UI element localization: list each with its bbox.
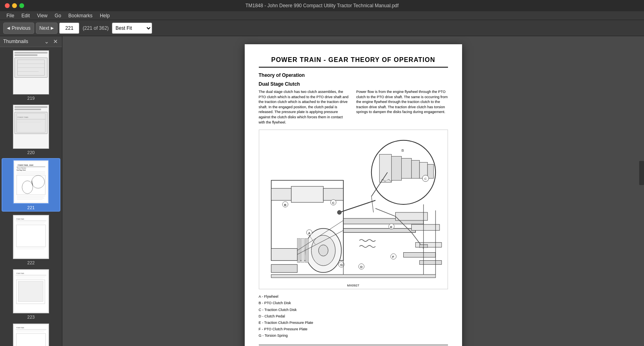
menu-file[interactable]: File (3, 12, 17, 19)
svg-text:B: B (401, 148, 404, 152)
svg-rect-92 (271, 265, 297, 273)
svg-rect-28 (17, 225, 46, 247)
thumbnail-222-image: POWER TRAIN (13, 215, 49, 259)
previous-arrow-icon: ◀ (7, 26, 10, 30)
svg-text:Theory of Operation: Theory of Operation (17, 167, 26, 169)
window-title: TM1848 - John Deere 990 Compact Utility … (246, 3, 399, 8)
thumbnail-220-label: 220 (27, 150, 35, 155)
legend: A - Flywheel B - PTO Clutch Disk C - Tra… (259, 293, 448, 339)
close-button[interactable] (5, 3, 10, 8)
sidebar-collapse-button[interactable]: ⌄ (43, 39, 50, 44)
page-number-input[interactable] (59, 23, 79, 34)
right-column: Power flow is from the engine flywheel t… (356, 89, 448, 125)
next-button[interactable]: Next ▶ (36, 23, 58, 34)
menubar: File Edit View Go Bookmarks Help (0, 11, 644, 20)
menu-bookmarks[interactable]: Bookmarks (65, 12, 96, 19)
svg-text:A: A (308, 231, 310, 235)
menu-edit[interactable]: Edit (18, 12, 33, 19)
thumbnail-222[interactable]: POWER TRAIN 222 (2, 214, 60, 266)
svg-rect-42 (17, 334, 46, 346)
svg-rect-53 (297, 239, 300, 263)
svg-text:E: E (390, 225, 392, 229)
svg-rect-91 (271, 249, 297, 261)
toolbar: ◀ Previous Next ▶ (221 of 362) Best Fit … (0, 20, 644, 36)
thumbnail-221[interactable]: POWER TRAIN - GEAR Theory of Operation D… (2, 158, 60, 212)
svg-point-52 (318, 245, 328, 256)
legend-item-g: G - Torsion Spring (259, 332, 448, 339)
svg-rect-61 (403, 253, 436, 257)
legend-item-b: B - PTO Clutch Disk (259, 300, 448, 306)
svg-point-18 (22, 181, 33, 194)
svg-text:F: F (392, 255, 394, 259)
svg-rect-54 (301, 239, 304, 263)
thumbnail-223-label: 223 (27, 315, 35, 319)
svg-point-17 (32, 175, 45, 188)
thumbnails-list[interactable]: 219 POWER TRAIN (0, 47, 62, 346)
thumbnail-224-image: POWER TRAIN (13, 323, 49, 346)
previous-button[interactable]: ◀ Previous (3, 23, 34, 34)
svg-rect-68 (411, 161, 419, 179)
svg-rect-65 (379, 154, 391, 183)
diagram-ref-label: MX0927 (347, 284, 359, 287)
right-body-text: Power flow is from the engine flywheel t… (356, 89, 448, 115)
page-info: (221 of 362) (81, 25, 110, 31)
thumbnail-219-label: 219 (27, 96, 35, 101)
next-label: Next (39, 25, 50, 31)
content-area[interactable]: POWER TRAIN - GEAR THEORY OF OPERATION T… (62, 36, 644, 346)
svg-text:POWER TRAIN: POWER TRAIN (17, 273, 24, 274)
thumbnail-220-image: POWER TRAIN (13, 105, 49, 149)
main-layout: Thumbnails ⌄ ✕ (0, 36, 644, 346)
svg-text:POWER TRAIN: POWER TRAIN (17, 327, 24, 329)
menu-go[interactable]: Go (52, 12, 64, 19)
sidebar-controls: ⌄ ✕ (43, 39, 59, 44)
sidebar-title: Thumbnails (3, 39, 28, 44)
legend-item-f: F - PTO Clutch Pressure Plate (259, 326, 448, 332)
svg-rect-55 (305, 239, 308, 263)
thumbnail-219[interactable]: 219 (2, 49, 60, 101)
svg-rect-95 (271, 274, 435, 278)
svg-rect-16 (17, 175, 45, 195)
subsection-title: Dual Stage Clutch (259, 81, 448, 87)
svg-rect-62 (419, 261, 442, 265)
diagram-container: B C A B C (259, 130, 448, 289)
svg-text:B: B (284, 203, 286, 207)
svg-rect-49 (343, 229, 415, 233)
minimize-button[interactable] (12, 3, 17, 8)
zoom-select[interactable]: Best Fit Actual Size Fit Width 25% 50% 7… (112, 23, 152, 34)
page-title: POWER TRAIN - GEAR THEORY OF OPERATION (259, 56, 448, 64)
two-column-text: The dual stage clutch has two clutch ass… (259, 89, 448, 125)
legend-item-a: A - Flywheel (259, 293, 448, 300)
svg-rect-45 (271, 188, 291, 200)
next-arrow-icon: ▶ (51, 26, 54, 30)
scroll-handle[interactable] (639, 161, 644, 185)
legend-item-e: E - Traction Clutch Pressure Plate (259, 319, 448, 326)
pdf-page: POWER TRAIN - GEAR THEORY OF OPERATION T… (245, 44, 462, 346)
svg-text:POWER TRAIN - GEAR: POWER TRAIN - GEAR (18, 165, 33, 166)
menu-help[interactable]: Help (97, 12, 113, 19)
svg-point-57 (337, 210, 341, 214)
maximize-button[interactable] (19, 3, 24, 8)
svg-rect-46 (291, 186, 323, 202)
legend-item-d: D - Clutch Pedal (259, 313, 448, 319)
thumbnail-223[interactable]: POWER TRAIN 223 (2, 268, 60, 320)
thumbnail-219-image (13, 50, 49, 95)
left-column: The dual stage clutch has two clutch ass… (259, 89, 351, 125)
svg-rect-67 (401, 159, 411, 179)
thumbnail-221-label: 221 (27, 205, 35, 210)
thumbnail-220[interactable]: POWER TRAIN 220 (2, 104, 60, 156)
previous-label: Previous (12, 25, 31, 31)
menu-view[interactable]: View (34, 12, 51, 19)
page-header: POWER TRAIN - GEAR THEORY OF OPERATION (259, 56, 448, 68)
sidebar-header: Thumbnails ⌄ ✕ (0, 36, 62, 47)
svg-rect-4 (17, 113, 45, 132)
svg-rect-37 (18, 281, 43, 301)
svg-text:C: C (332, 201, 334, 205)
svg-text:POWER TRAIN: POWER TRAIN (17, 218, 24, 220)
section-title: Theory of Operation (259, 72, 448, 78)
sidebar-close-button[interactable]: ✕ (52, 39, 59, 44)
thumbnail-224[interactable]: POWER TRAIN 224 (2, 323, 60, 346)
thumbnail-222-label: 222 (27, 260, 35, 265)
svg-rect-70 (427, 165, 433, 179)
svg-text:D: D (360, 266, 362, 269)
svg-text:C: C (424, 177, 427, 181)
